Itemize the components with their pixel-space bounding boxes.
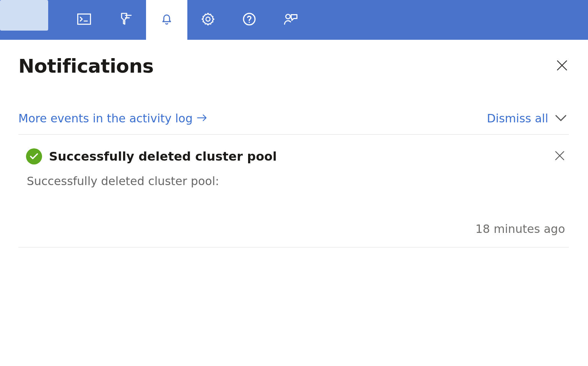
notification-title: Successfully deleted cluster pool xyxy=(49,149,547,164)
help-icon xyxy=(242,11,257,28)
more-events-link[interactable]: More events in the activity log xyxy=(18,112,208,125)
dismiss-all-button[interactable]: Dismiss all xyxy=(487,112,548,125)
expand-all-button[interactable] xyxy=(554,112,567,125)
cloud-shell-button[interactable] xyxy=(63,0,105,40)
search-input[interactable] xyxy=(0,0,48,31)
close-icon xyxy=(554,156,566,163)
gear-icon xyxy=(200,11,216,28)
feedback-icon xyxy=(283,11,298,28)
svg-point-3 xyxy=(249,22,250,23)
svg-point-1 xyxy=(206,17,210,21)
filter-button[interactable] xyxy=(105,0,146,40)
close-panel-button[interactable] xyxy=(555,59,569,74)
settings-button[interactable] xyxy=(187,0,229,40)
panel-header: Notifications xyxy=(18,55,569,77)
notifications-button[interactable] xyxy=(146,0,187,40)
dismiss-all-group: Dismiss all xyxy=(487,112,567,125)
filter-icon xyxy=(118,11,133,28)
feedback-button[interactable] xyxy=(270,0,311,40)
notification-header: Successfully deleted cluster pool xyxy=(26,148,566,164)
dismiss-notification-button[interactable] xyxy=(554,150,566,163)
close-icon xyxy=(555,67,569,74)
cloud-shell-icon xyxy=(76,11,92,28)
notifications-panel: Notifications More events in the activit… xyxy=(0,40,588,247)
notification-body: Successfully deleted cluster pool: xyxy=(27,174,566,188)
bell-icon xyxy=(159,11,174,28)
panel-title: Notifications xyxy=(18,55,154,77)
status-success-icon xyxy=(26,148,42,164)
top-bar xyxy=(0,0,588,40)
notification-time: 18 minutes ago xyxy=(26,222,566,236)
svg-point-4 xyxy=(286,15,291,19)
notification-item: Successfully deleted cluster pool Succes… xyxy=(18,135,569,247)
chevron-down-icon xyxy=(554,112,567,125)
action-row: More events in the activity log Dismiss … xyxy=(18,112,569,135)
arrow-right-icon xyxy=(197,112,208,125)
more-events-label: More events in the activity log xyxy=(18,112,193,125)
svg-rect-0 xyxy=(78,14,90,24)
top-icons xyxy=(63,0,311,40)
help-button[interactable] xyxy=(229,0,270,40)
